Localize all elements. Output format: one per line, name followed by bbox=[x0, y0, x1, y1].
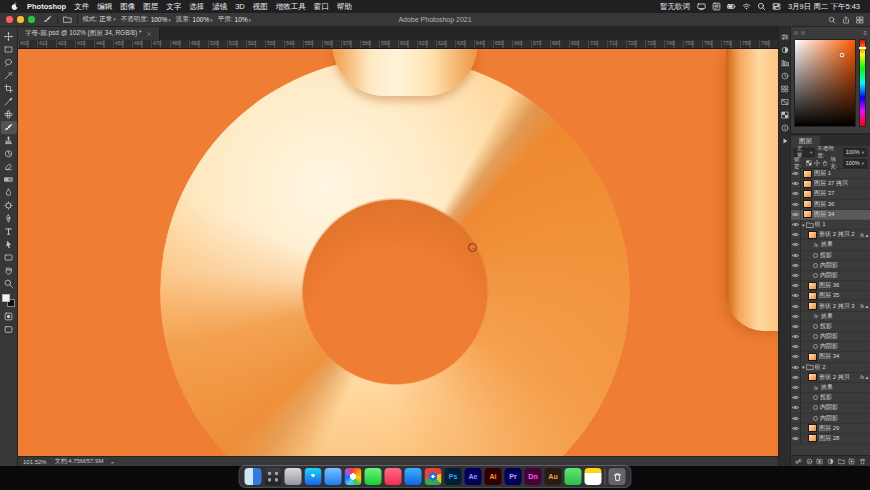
visibility-eye-icon[interactable] bbox=[791, 342, 801, 351]
tool-dodge[interactable] bbox=[1, 199, 17, 212]
dock-launchpad[interactable] bbox=[265, 468, 282, 485]
dock-after-effects[interactable]: Ae bbox=[465, 468, 482, 485]
dock-finder[interactable] bbox=[245, 468, 262, 485]
zoom-level[interactable]: 101.52% bbox=[23, 459, 47, 465]
visibility-eye-icon[interactable] bbox=[791, 261, 801, 270]
share-icon[interactable] bbox=[842, 16, 850, 24]
dock-mail[interactable] bbox=[325, 468, 342, 485]
visibility-eye-icon[interactable] bbox=[791, 424, 801, 433]
visibility-eye-icon[interactable] bbox=[791, 281, 801, 290]
mode-value[interactable]: 正常 bbox=[99, 15, 116, 24]
lock-all-icon[interactable] bbox=[822, 160, 828, 166]
tool-hand[interactable] bbox=[1, 264, 17, 277]
panel-adjustments-icon[interactable] bbox=[780, 45, 789, 54]
window-zoom-button[interactable] bbox=[28, 16, 35, 23]
tool-lasso[interactable] bbox=[1, 56, 17, 69]
visibility-eye-icon[interactable] bbox=[791, 373, 801, 382]
group-icon[interactable] bbox=[838, 458, 845, 465]
tool-crop[interactable] bbox=[1, 82, 17, 95]
visibility-eye-icon[interactable] bbox=[791, 291, 801, 300]
dock-app-store[interactable] bbox=[405, 468, 422, 485]
dock-premiere[interactable]: Pr bbox=[505, 468, 522, 485]
panel-swatches-icon[interactable] bbox=[780, 84, 789, 93]
app-menu[interactable]: Photoshop bbox=[27, 2, 66, 11]
panel-properties-icon[interactable] bbox=[780, 32, 789, 41]
layer-row-6[interactable]: 形状 2 拷贝 2fx ▴ bbox=[791, 230, 870, 240]
menu-file[interactable]: 文件 bbox=[74, 2, 89, 12]
layer-row-9[interactable]: 内阴影 bbox=[791, 261, 870, 271]
menu-datetime[interactable]: 3月9日 周二 下午5:43 bbox=[788, 2, 860, 12]
tool-eraser[interactable] bbox=[1, 160, 17, 173]
lock-position-icon[interactable] bbox=[814, 160, 820, 166]
status-options-caret[interactable] bbox=[111, 459, 114, 465]
visibility-eye-icon[interactable] bbox=[791, 240, 801, 249]
visibility-eye-icon[interactable] bbox=[791, 251, 801, 260]
battery-icon[interactable] bbox=[727, 2, 736, 11]
layer-row-8[interactable]: 投影 bbox=[791, 251, 870, 261]
visibility-eye-icon[interactable] bbox=[791, 332, 801, 341]
tool-move[interactable] bbox=[1, 30, 17, 43]
visibility-eye-icon[interactable] bbox=[791, 230, 801, 239]
menu-window[interactable]: 窗口 bbox=[314, 2, 329, 12]
dock-illustrator[interactable]: Ai bbox=[485, 468, 502, 485]
new-layer-icon[interactable] bbox=[848, 458, 855, 465]
panel-patterns-icon[interactable] bbox=[780, 110, 789, 119]
visibility-eye-icon[interactable] bbox=[791, 200, 801, 209]
tool-pen[interactable] bbox=[1, 212, 17, 225]
hue-marker[interactable] bbox=[859, 47, 866, 49]
visibility-eye-icon[interactable] bbox=[791, 403, 801, 412]
panel-libraries-icon[interactable] bbox=[780, 58, 789, 67]
layer-row-2[interactable]: 图层 37 bbox=[791, 189, 870, 199]
menu-image[interactable]: 图像 bbox=[120, 2, 135, 12]
mask-icon[interactable] bbox=[816, 458, 823, 465]
menu-type[interactable]: 文字 bbox=[166, 2, 181, 12]
tool-shape[interactable] bbox=[1, 251, 17, 264]
layer-row-0[interactable]: 图层 1 bbox=[791, 169, 870, 179]
dock-chrome[interactable] bbox=[425, 468, 442, 485]
screen-mirroring-icon[interactable] bbox=[697, 2, 706, 11]
visibility-eye-icon[interactable] bbox=[791, 352, 801, 361]
group-expand-caret[interactable]: ▾ bbox=[802, 222, 805, 228]
dock-photos[interactable] bbox=[345, 468, 362, 485]
menu-layer[interactable]: 图层 bbox=[143, 2, 158, 12]
layer-row-14[interactable]: fx效果 bbox=[791, 312, 870, 322]
search-icon[interactable] bbox=[757, 2, 766, 11]
panel-actions-icon[interactable] bbox=[780, 136, 789, 145]
dock-messages[interactable] bbox=[365, 468, 382, 485]
brush-settings-icon[interactable] bbox=[63, 15, 72, 24]
foreground-color-swatch[interactable] bbox=[2, 294, 10, 302]
layer-row-15[interactable]: 投影 bbox=[791, 322, 870, 332]
fx-badge[interactable]: fx ▴ bbox=[860, 303, 870, 309]
dock-safari[interactable] bbox=[305, 468, 322, 485]
fx-badge[interactable]: fx ▴ bbox=[860, 232, 870, 238]
visibility-eye-icon[interactable] bbox=[791, 312, 801, 321]
smoothing-option[interactable]: 平滑: 10% bbox=[218, 15, 251, 24]
layers-opacity-select[interactable]: 100% bbox=[843, 148, 867, 157]
input-source-icon[interactable]: 拼 bbox=[712, 2, 721, 11]
layer-row-25[interactable]: 图层 29 bbox=[791, 424, 870, 434]
tool-type[interactable] bbox=[1, 225, 17, 238]
tool-marquee[interactable] bbox=[1, 43, 17, 56]
menu-filter[interactable]: 滤镜 bbox=[212, 2, 227, 12]
visibility-eye-icon[interactable] bbox=[791, 363, 801, 372]
layer-row-10[interactable]: 内阴影 bbox=[791, 271, 870, 281]
dock-wechat[interactable] bbox=[565, 468, 582, 485]
control-center-icon[interactable] bbox=[772, 2, 781, 11]
visibility-eye-icon[interactable] bbox=[791, 301, 801, 310]
visibility-eye-icon[interactable] bbox=[791, 383, 801, 392]
layer-row-19[interactable]: ▾组 2 bbox=[791, 363, 870, 373]
menu-help[interactable]: 帮助 bbox=[337, 2, 352, 12]
adjustment-icon[interactable] bbox=[827, 458, 834, 465]
panel-history-icon[interactable] bbox=[780, 71, 789, 80]
wifi-icon[interactable] bbox=[742, 2, 751, 11]
link-icon[interactable] bbox=[795, 458, 802, 465]
layer-row-16[interactable]: 内阴影 bbox=[791, 332, 870, 342]
window-close-button[interactable] bbox=[6, 16, 13, 23]
screen-mode-button[interactable] bbox=[1, 322, 17, 335]
visibility-eye-icon[interactable] bbox=[791, 434, 801, 443]
color-tab-icon[interactable] bbox=[794, 31, 798, 35]
visibility-eye-icon[interactable] bbox=[791, 210, 801, 219]
brush-preset-icon[interactable] bbox=[43, 15, 52, 24]
layer-row-13[interactable]: 形状 2 拷贝 3fx ▴ bbox=[791, 301, 870, 311]
saturation-brightness-field[interactable] bbox=[794, 39, 856, 127]
